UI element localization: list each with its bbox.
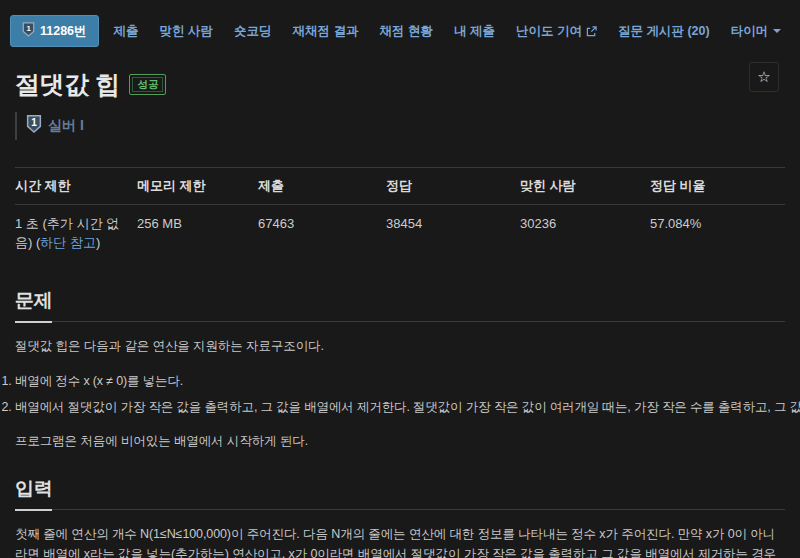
tab-submit[interactable]: 제출	[114, 23, 139, 40]
tab-timer[interactable]: 타이머	[731, 23, 782, 40]
tab-judge-status[interactable]: 채점 현황	[380, 23, 433, 40]
tier-shield-icon: 1	[26, 115, 42, 137]
tier-badge-icon: 1	[22, 22, 35, 40]
col-header-accepted: 정답	[386, 168, 520, 205]
tier-name-link[interactable]: 실버 I	[48, 117, 84, 135]
problem-intro: 절댓값 힙은 다음과 같은 연산을 지원하는 자료구조이다.	[15, 336, 785, 356]
tier-row: 1 실버 I	[15, 112, 785, 140]
memory-limit-cell: 256 MB	[137, 205, 258, 263]
time-limit-cell: 1 초 (추가 시간 없음) (하단 참고)	[15, 205, 137, 263]
ratio-cell: 57.084%	[650, 205, 785, 263]
page-title: 절댓값 힙	[15, 68, 119, 101]
time-limit-text-close: )	[96, 235, 100, 250]
problem-outro: 프로그램은 처음에 비어있는 배열에서 시작하게 된다.	[15, 431, 785, 451]
tab-rejudge-result[interactable]: 재채점 결과	[293, 23, 359, 40]
tab-accepted-users[interactable]: 맞힌 사람	[160, 23, 213, 40]
operation-item: 배열에서 절댓값이 가장 작은 값을 출력하고, 그 값을 배열에서 제거한다.…	[15, 398, 785, 417]
star-icon: ☆	[757, 68, 770, 86]
col-header-time-limit: 시간 제한	[15, 168, 137, 205]
section-input-label: 입력	[15, 476, 52, 511]
input-text: 첫째 줄에 연산의 개수 N(1≤N≤100,000)이 주어진다. 다음 N개…	[15, 527, 776, 558]
tab-difficulty-vote[interactable]: 난이도 기여	[516, 23, 597, 40]
tab-short-coding[interactable]: 숏코딩	[234, 23, 272, 40]
stats-table: 시간 제한 메모리 제한 제출 정답 맞힌 사람 정답 비율 1 초 (추가 시…	[15, 167, 785, 263]
operation-item: 배열에 정수 x (x ≠ 0)를 넣는다.	[15, 372, 785, 391]
stats-header-row: 시간 제한 메모리 제한 제출 정답 맞힌 사람 정답 비율	[15, 168, 785, 205]
col-header-solvers: 맞힌 사람	[520, 168, 650, 205]
solvers-cell: 30236	[520, 205, 650, 263]
time-limit-note-link[interactable]: 하단 참고	[40, 235, 96, 250]
section-problem-title: 문제	[15, 288, 785, 322]
favorite-star-button[interactable]: ☆	[749, 62, 779, 92]
tab-timer-label: 타이머	[731, 23, 769, 40]
problem-nav: 1 11286번 제출 맞힌 사람 숏코딩 재채점 결과 채점 현황 내 제출 …	[0, 0, 800, 47]
section-problem-label: 문제	[15, 288, 52, 323]
title-row: 절댓값 힙 성공	[15, 68, 785, 101]
section-input-title: 입력	[15, 476, 785, 510]
tab-difficulty-vote-label: 난이도 기여	[516, 23, 582, 40]
problem-number-label: 11286번	[40, 23, 87, 40]
problem-content: 문제 절댓값 힙은 다음과 같은 연산을 지원하는 자료구조이다. 배열에 정수…	[0, 288, 800, 558]
chevron-down-icon	[773, 29, 781, 33]
problem-number-button[interactable]: 1 11286번	[10, 15, 99, 47]
svg-text:1: 1	[26, 24, 31, 33]
input-description: 첫째 줄에 연산의 개수 N(1≤N≤100,000)이 주어진다. 다음 N개…	[15, 524, 785, 558]
stats-value-row: 1 초 (추가 시간 없음) (하단 참고) 256 MB 67463 3845…	[15, 205, 785, 263]
tab-my-submissions[interactable]: 내 제출	[454, 23, 495, 40]
svg-text:1: 1	[31, 117, 37, 128]
accepted-cell: 38454	[386, 205, 520, 263]
operation-list: 배열에 정수 x (x ≠ 0)를 넣는다. 배열에서 절댓값이 가장 작은 값…	[15, 372, 785, 418]
col-header-ratio: 정답 비율	[650, 168, 785, 205]
tab-question-board[interactable]: 질문 게시판 (20)	[618, 23, 710, 40]
status-badge: 성공	[129, 74, 166, 95]
col-header-memory-limit: 메모리 제한	[137, 168, 258, 205]
col-header-submissions: 제출	[258, 168, 386, 205]
submissions-cell: 67463	[258, 205, 386, 263]
external-link-icon	[586, 26, 597, 37]
